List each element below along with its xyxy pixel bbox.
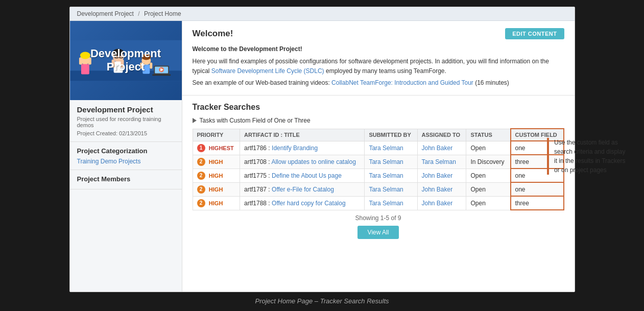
sidebar-training-link[interactable]: Training Demo Projects [77,158,175,165]
cell-custom-field-3: one [511,182,564,196]
submitted-by-0[interactable]: Tara Selman [369,145,403,152]
cell-status-2: Open [466,169,511,182]
cell-artifact-3: artf1787 : Offer e-File for Catalog [240,182,364,196]
sidebar-members: Project Members [70,170,182,189]
breadcrumb-page: Project Home [144,10,181,17]
cell-assigned-4: John Baker [417,196,466,210]
assigned-to-4[interactable]: John Baker [422,200,453,207]
priority-label-4: HIGH [209,200,223,206]
artifact-title-2[interactable]: Define the About Us page [272,172,342,179]
priority-label-0: HIGHEST [209,145,234,151]
priority-badge-4: 2 [197,199,205,207]
sidebar-categorization-title: Project Categorization [77,147,175,155]
col-artifact: ARTIFACT ID : TITLE [240,129,364,141]
edit-content-button[interactable]: EDIT CONTENT [505,28,564,39]
welcome-text2: employed by many teams using TeamForge. [324,67,446,75]
breadcrumb-separator: / [138,10,139,17]
sidebar-logo-text: Development Project [90,47,161,74]
table-header-row: PRIORITY ARTIFACT ID : TITLE SUBMITTED B… [193,129,564,141]
breadcrumb: Development Project / Project Home [70,7,575,21]
cell-status-1: In Discovery [466,155,511,169]
welcome-title: Welcome! [193,29,233,39]
sidebar-project-name: Development Project [77,105,175,114]
svg-rect-3 [81,64,89,74]
cell-status-3: Open [466,182,511,196]
artifact-title-1[interactable]: Allow updates to online catalog [271,158,355,165]
assigned-to-1[interactable]: Tara Selman [422,158,456,165]
svg-point-6 [80,52,90,59]
artifact-id-2: artf1775 [244,172,267,179]
welcome-link2[interactable]: CollabNet TeamForge: Introduction and Gu… [331,79,473,86]
main-frame: Development Project / Project Home Devel… [69,7,575,292]
callout-box: Use the custom field as search criteria … [547,138,629,175]
artifact-title-4[interactable]: Offer hard copy for Catalog [272,200,346,207]
assigned-to-3[interactable]: John Baker [422,186,453,193]
priority-badge-0: 1 [197,144,205,152]
body-layout: Development Project [70,21,575,292]
submitted-by-4[interactable]: Tara Selman [369,200,403,207]
submitted-by-2[interactable]: Tara Selman [369,172,403,179]
sidebar-categorization: Project Categorization Training Demo Pro… [70,142,182,170]
artifact-id-3: artf1787 [244,186,267,193]
table-row: 2 HIGH artf1788 : Offer hard copy for Ca… [193,196,564,210]
cell-artifact-4: artf1788 : Offer hard copy for Catalog [240,196,364,210]
welcome-text4: (16 minutes) [473,79,509,86]
artifact-id-4: artf1788 [244,200,267,207]
welcome-link1[interactable]: Software Development Life Cycle (SDLC) [211,67,324,75]
submitted-by-1[interactable]: Tara Selman [369,158,403,165]
priority-badge-1: 2 [197,158,205,166]
assigned-to-2[interactable]: John Baker [422,172,453,179]
cell-assigned-0: John Baker [417,141,466,155]
artifact-id-0: artf1786 [244,145,267,152]
sidebar-members-title: Project Members [77,175,175,183]
col-submitted: SUBMITTED BY [365,129,417,141]
tracker-table: PRIORITY ARTIFACT ID : TITLE SUBMITTED B… [193,128,564,210]
welcome-text3: See an example of our Web-based training… [193,79,332,86]
artifact-title-3[interactable]: Offer e-File for Catalog [272,186,334,193]
table-row: 1 HIGHEST artf1786 : Identify Branding T… [193,141,564,155]
table-row: 2 HIGH artf1775 : Define the About Us pa… [193,169,564,182]
showing-text: Showing 1-5 of 9 [193,214,564,222]
expand-icon[interactable] [193,118,197,123]
tracker-subsection-title: Tasks with Custom Field of One or Three [200,117,311,124]
svg-rect-22 [152,74,171,76]
breadcrumb-project-link[interactable]: Development Project [77,10,134,17]
tracker-subsection: Tasks with Custom Field of One or Three … [193,117,564,239]
view-all-button[interactable]: View All [357,226,399,239]
table-row: 2 HIGH artf1708 : Allow updates to onlin… [193,155,564,169]
cell-assigned-2: John Baker [417,169,466,182]
main-content: Welcome! EDIT CONTENT Welcome to the Dev… [182,21,575,292]
artifact-id-1: artf1708 [244,158,267,165]
tracker-section: Tracker Searches Tasks with Custom Field… [182,95,575,251]
cell-assigned-1: Tara Selman [417,155,466,169]
cell-priority-4: 2 HIGH [193,196,240,210]
cell-custom-field-4: three [511,196,564,210]
svg-rect-4 [79,57,82,64]
welcome-section: Welcome! EDIT CONTENT Welcome to the Dev… [182,21,575,96]
priority-label-3: HIGH [209,186,223,192]
cell-status-4: Open [466,196,511,210]
submitted-by-3[interactable]: Tara Selman [369,186,403,193]
cell-artifact-0: artf1786 : Identify Branding [240,141,364,155]
artifact-title-0[interactable]: Identify Branding [272,145,318,152]
assigned-to-0[interactable]: John Baker [422,145,453,152]
sidebar-info: Development Project Project used for rec… [70,100,182,142]
footer-caption: Project Home Page – Tracker Search Resul… [255,297,389,305]
callout-text: Use the custom field as search criteria … [554,139,625,174]
priority-label-2: HIGH [209,172,223,178]
cell-priority-2: 2 HIGH [193,169,240,182]
cell-submitted-3: Tara Selman [365,182,417,196]
col-status: STATUS [466,129,511,141]
cell-submitted-1: Tara Selman [365,155,417,169]
cell-artifact-2: artf1775 : Define the About Us page [240,169,364,182]
cell-priority-1: 2 HIGH [193,155,240,169]
welcome-bold: Welcome to the Development Project! [193,45,302,53]
table-row: 2 HIGH artf1787 : Offer e-File for Catal… [193,182,564,196]
sidebar-project-date: Project Created: 02/13/2015 [77,130,175,136]
priority-badge-3: 2 [197,185,205,194]
priority-badge-2: 2 [197,172,205,180]
sidebar: Development Project [70,21,182,292]
cell-priority-0: 1 HIGHEST [193,141,240,155]
cell-artifact-1: artf1708 : Allow updates to online catal… [240,155,364,169]
cell-priority-3: 2 HIGH [193,182,240,196]
